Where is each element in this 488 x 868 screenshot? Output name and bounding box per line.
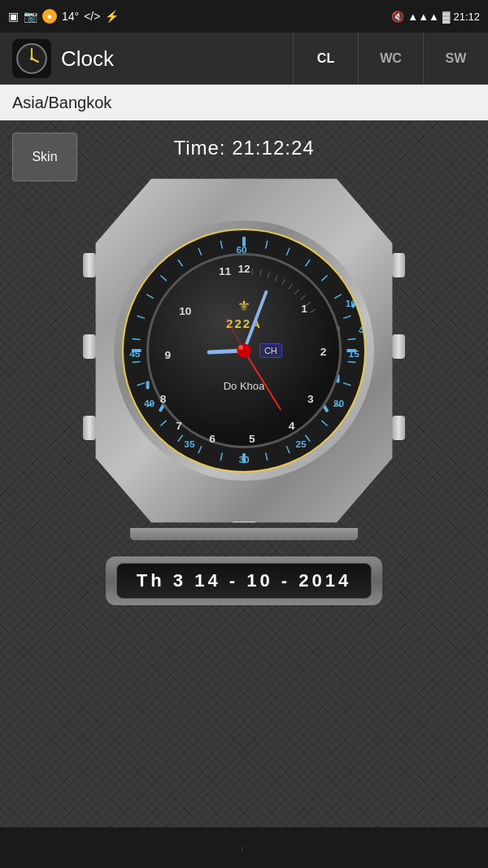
svg-text:10: 10	[179, 305, 192, 317]
svg-text:4: 4	[289, 421, 295, 433]
watch-knob-left-bot	[83, 416, 96, 440]
status-left: ▣ 📷 ● 14° </> ⚡	[8, 9, 119, 24]
svg-text:8: 8	[160, 393, 167, 405]
svg-line-38	[286, 446, 290, 453]
svg-text:30: 30	[238, 454, 250, 465]
tab-wc[interactable]: WC	[358, 33, 423, 85]
date-band: Th 3 14 - 10 - 2014	[106, 556, 382, 605]
time-display: Time: 21:12:24	[173, 137, 314, 159]
svg-line-46	[137, 383, 145, 386]
signal-icon: ▲▲▲	[407, 11, 439, 23]
svg-text:7: 7	[176, 421, 182, 433]
clock-face: ⚜ 222A Do Khoa CH 12 1 2 3	[146, 253, 342, 448]
svg-line-69	[268, 273, 269, 278]
temperature-label: 14°	[62, 10, 79, 23]
tab-cl[interactable]: CL	[293, 33, 358, 85]
svg-text:15: 15	[349, 348, 360, 360]
svg-line-32	[348, 339, 356, 340]
svg-rect-12	[242, 453, 246, 463]
svg-line-53	[198, 248, 202, 255]
svg-rect-7	[351, 299, 357, 308]
lug-top	[232, 168, 256, 180]
timezone-bar: Asia/Bangkok	[0, 85, 488, 120]
clock-hands-svg: 12 1 2 3 4 5 6 7 8 9 10 11	[149, 255, 339, 446]
svg-line-27	[286, 248, 290, 255]
svg-text:11: 11	[219, 265, 232, 277]
screen-icon: ▣	[8, 10, 19, 23]
svg-line-68	[259, 270, 261, 277]
code-icon: </>	[84, 10, 100, 23]
svg-rect-15	[132, 349, 142, 352]
watch-knob-right-mid	[392, 334, 405, 359]
svg-line-70	[275, 275, 277, 281]
svg-line-74	[301, 295, 306, 299]
volume-icon: 🔇	[391, 11, 404, 23]
svg-text:5: 5	[249, 433, 255, 445]
tab-sw[interactable]: SW	[423, 33, 488, 85]
usb-icon: ⚡	[105, 10, 119, 23]
svg-line-54	[220, 241, 222, 249]
clock-time: 21:12	[453, 11, 480, 23]
bottom-nav[interactable]: ⋮	[0, 827, 488, 868]
svg-line-33	[348, 361, 356, 362]
svg-text:2: 2	[320, 346, 327, 358]
svg-line-67	[252, 268, 253, 275]
header-tabs: CL WC SW	[293, 33, 488, 85]
camera-icon: 📷	[24, 10, 37, 23]
svg-line-47	[133, 361, 141, 362]
lug-dot-top	[240, 168, 248, 177]
date-label: Th 3 14 - 10 - 2014	[137, 570, 351, 591]
status-bar: ▣ 📷 ● 14° </> ⚡ 🔇 ▲▲▲ ▓ 21:12	[0, 0, 488, 33]
watch-knob-right-bot	[392, 416, 405, 440]
watch-body: DK - World clock	[89, 172, 399, 530]
watch-knob-left-top	[83, 253, 96, 277]
svg-point-82	[238, 345, 243, 350]
svg-text:10: 10	[346, 298, 357, 309]
svg-line-48	[133, 339, 141, 340]
svg-line-73	[295, 290, 299, 294]
svg-line-71	[282, 279, 285, 285]
svg-line-31	[343, 316, 351, 318]
svg-text:45: 45	[129, 348, 141, 360]
svg-line-79	[244, 351, 281, 409]
svg-line-49	[137, 316, 145, 318]
watch-knob-left-mid	[83, 334, 96, 359]
app-icon	[12, 39, 51, 78]
date-inner: Th 3 14 - 10 - 2014	[116, 563, 372, 599]
battery-icon: ▓	[442, 11, 450, 23]
svg-text:12: 12	[237, 263, 251, 275]
svg-text:3: 3	[307, 393, 314, 405]
svg-text:6: 6	[209, 433, 216, 445]
svg-line-72	[289, 284, 293, 289]
svg-line-42	[198, 446, 202, 453]
bezel-ring: DK - World clock	[122, 229, 366, 473]
svg-line-76	[310, 309, 316, 312]
skin-label: Skin	[32, 150, 57, 164]
svg-text:5: 5	[356, 323, 364, 336]
app-title: Clock	[61, 46, 114, 72]
watch-knob-right-top	[392, 253, 405, 277]
svg-rect-9	[346, 349, 356, 352]
header-left: Clock	[0, 39, 293, 78]
svg-line-26	[266, 241, 268, 249]
main-content: Skin Time: 21:12:24	[0, 120, 488, 827]
date-band-top-connector	[130, 528, 358, 540]
skin-button[interactable]: Skin	[12, 133, 77, 181]
svg-point-81	[237, 343, 251, 358]
watch-container: DK - World clock	[89, 172, 399, 530]
svg-rect-6	[242, 237, 246, 246]
svg-line-41	[220, 452, 222, 460]
notification-icon: ●	[42, 9, 57, 24]
more-options-icon[interactable]: ⋮	[240, 845, 248, 851]
outer-bezel: DK - World clock	[114, 220, 374, 481]
app-header: Clock CL WC SW	[0, 33, 488, 85]
svg-text:9: 9	[165, 349, 172, 361]
svg-line-34	[343, 383, 351, 386]
date-container: Th 3 14 - 10 - 2014	[106, 556, 382, 605]
timezone-label: Asia/Bangkok	[12, 94, 111, 112]
svg-line-78	[244, 292, 266, 351]
svg-line-39	[266, 452, 268, 460]
status-right: 🔇 ▲▲▲ ▓ 21:12	[391, 11, 480, 23]
